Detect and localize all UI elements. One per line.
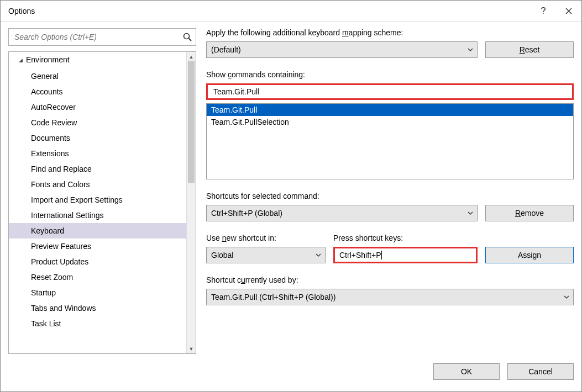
chevron-down-icon [315,252,322,258]
tree-node-fonts-colors[interactable]: Fonts and Colors [9,177,186,192]
tree-node-documents[interactable]: Documents [9,130,186,146]
shortcuts-value: Ctrl+Shift+P (Global) [211,209,282,218]
assign-button[interactable]: Assign [485,247,574,263]
scroll-down-arrow-icon[interactable]: ▼ [187,344,196,353]
chevron-down-icon [467,46,474,53]
tree-node-reset-zoom[interactable]: Reset Zoom [9,269,186,285]
ok-button[interactable]: OK [433,363,500,380]
tree-node-environment[interactable]: Environment [9,52,186,68]
options-dialog: Options ? Environment General Accounts A… [0,0,582,392]
press-shortcut-input[interactable]: Ctrl+Shift+P [333,247,478,263]
tree-node-import-export[interactable]: Import and Export Settings [9,192,186,208]
shortcuts-dropdown[interactable]: Ctrl+Shift+P (Global) [206,205,478,221]
window-title: Options [8,7,531,15]
options-tree-container: Environment General Accounts AutoRecover… [8,51,196,354]
tree-node-code-review[interactable]: Code Review [9,115,186,130]
press-shortcut-value: Ctrl+Shift+P [339,251,381,259]
mapping-scheme-value: (Default) [211,45,241,54]
content-area: Environment General Accounts AutoRecover… [1,22,581,358]
reset-button[interactable]: Reset [485,41,574,58]
tree-node-international[interactable]: International Settings [9,208,186,223]
show-commands-field[interactable] [212,87,568,97]
svg-line-3 [189,39,192,41]
scroll-up-arrow-icon[interactable]: ▲ [187,52,196,61]
keyboard-settings-pane: Apply the following additional keyboard … [206,28,574,354]
close-button[interactable] [556,1,581,22]
search-input[interactable] [13,32,179,42]
tree-scrollbar[interactable]: ▲ ▼ [186,52,196,353]
tree-node-accounts[interactable]: Accounts [9,84,186,99]
commands-listbox[interactable]: Team.Git.Pull Team.Git.PullSelection [206,103,574,179]
shortcuts-selected-label: Shortcuts for selected command: [206,192,574,200]
tree-node-keyboard[interactable]: Keyboard [9,223,186,239]
tree-node-general[interactable]: General [9,68,186,84]
mapping-scheme-label: Apply the following additional keyboard … [206,28,574,37]
tree-node-find-replace[interactable]: Find and Replace [9,161,186,177]
tree-node-extensions[interactable]: Extensions [9,146,186,161]
use-new-shortcut-value: Global [211,251,233,259]
search-options-box[interactable] [8,28,196,46]
shortcut-input-labels-row: Use new shortcut in: Press shortcut keys… [206,234,574,243]
used-by-label: Shortcut currently used by: [206,276,574,284]
use-new-shortcut-label: Use new shortcut in: [206,234,326,242]
cancel-button[interactable]: Cancel [507,363,574,380]
show-commands-label: Show commands containing: [206,70,574,79]
tree-node-startup[interactable]: Startup [9,285,186,300]
used-by-dropdown[interactable]: Team.Git.Pull (Ctrl+Shift+P (Global)) [206,289,574,305]
mapping-scheme-dropdown[interactable]: (Default) [206,41,478,58]
dialog-footer: OK Cancel [1,358,581,391]
press-keys-label: Press shortcut keys: [333,234,478,242]
help-button[interactable]: ? [531,1,556,22]
chevron-down-icon [467,210,474,216]
mapping-scheme-row: (Default) Reset [206,41,574,58]
tree-node-tabs-windows[interactable]: Tabs and Windows [9,300,186,316]
options-tree[interactable]: Environment General Accounts AutoRecover… [9,52,186,353]
use-new-shortcut-dropdown[interactable]: Global [206,247,326,263]
shortcuts-row: Ctrl+Shift+P (Global) Remove [206,205,574,221]
show-commands-input[interactable] [206,83,574,100]
chevron-down-icon [563,294,570,300]
text-cursor [381,251,382,259]
tree-node-product-updates[interactable]: Product Updates [9,254,186,269]
list-item[interactable]: Team.Git.PullSelection [207,116,573,128]
tree-node-autorecover[interactable]: AutoRecover [9,99,186,115]
used-by-value: Team.Git.Pull (Ctrl+Shift+P (Global)) [211,293,335,301]
remove-button[interactable]: Remove [485,205,574,221]
titlebar: Options ? [1,1,581,22]
scroll-thumb[interactable] [188,61,195,183]
close-icon [565,8,572,14]
list-item[interactable]: Team.Git.Pull [207,104,573,116]
search-icon [182,32,192,42]
tree-node-task-list[interactable]: Task List [9,316,186,331]
shortcut-input-row: Global Ctrl+Shift+P Assign [206,247,574,263]
left-pane: Environment General Accounts AutoRecover… [8,28,196,354]
tree-node-preview-features[interactable]: Preview Features [9,239,186,254]
svg-point-2 [184,34,190,39]
